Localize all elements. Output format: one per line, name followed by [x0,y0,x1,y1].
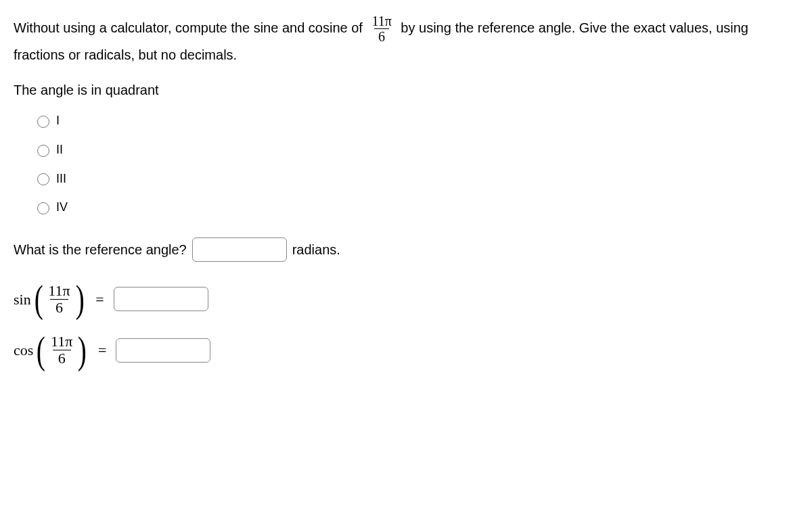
cos-fraction: 11π 6 [49,334,74,367]
left-paren-icon: ( [37,334,45,367]
sin-fraction: 11π 6 [46,283,72,316]
radio-label-i: I [56,111,60,131]
radio-option-iii[interactable]: III [34,169,798,189]
radio-iv[interactable] [37,202,49,214]
radio-option-iv[interactable]: IV [34,198,798,217]
quadrant-label: The angle is in quadrant [14,79,798,101]
radio-option-ii[interactable]: II [34,140,798,160]
cos-input[interactable] [116,338,210,363]
sin-equals: = [95,288,104,311]
radio-ii[interactable] [37,145,49,157]
reference-angle-unit: radians. [292,239,340,260]
quadrant-radio-group: I II III IV [14,111,798,217]
reference-angle-input[interactable] [192,237,287,262]
sin-input[interactable] [114,287,208,311]
cos-fraction-num: 11π [49,334,74,350]
cos-equals: = [98,338,106,362]
sin-row: sin ( 11π 6 ) = [14,282,798,316]
question-text: Without using a calculator, compute the … [14,14,798,66]
cos-fraction-den: 6 [53,350,71,367]
cos-row: cos ( 11π 6 ) = [14,334,798,367]
left-paren-icon: ( [34,282,43,316]
radio-label-iv: IV [56,198,68,217]
radio-label-ii: II [56,140,63,160]
angle-fraction: 11π 6 [369,14,394,44]
right-paren-icon: ) [78,334,87,367]
radio-option-i[interactable]: I [34,111,798,131]
reference-angle-label: What is the reference angle? [14,239,187,260]
cos-label: cos [14,338,33,362]
radio-label-iii: III [56,169,66,189]
sin-argument: ( 11π 6 ) [32,282,87,316]
sin-fraction-den: 6 [50,299,68,316]
question-prefix: Without using a calculator, compute the … [14,20,366,35]
sin-label: sin [14,288,31,311]
right-paren-icon: ) [75,282,84,316]
radio-i[interactable] [37,116,49,128]
fraction-denominator: 6 [374,28,389,44]
sin-fraction-num: 11π [46,283,72,299]
fraction-numerator: 11π [369,14,394,28]
reference-angle-row: What is the reference angle? radians. [14,237,798,262]
cos-argument: ( 11π 6 ) [35,334,89,367]
radio-iii[interactable] [37,173,49,185]
